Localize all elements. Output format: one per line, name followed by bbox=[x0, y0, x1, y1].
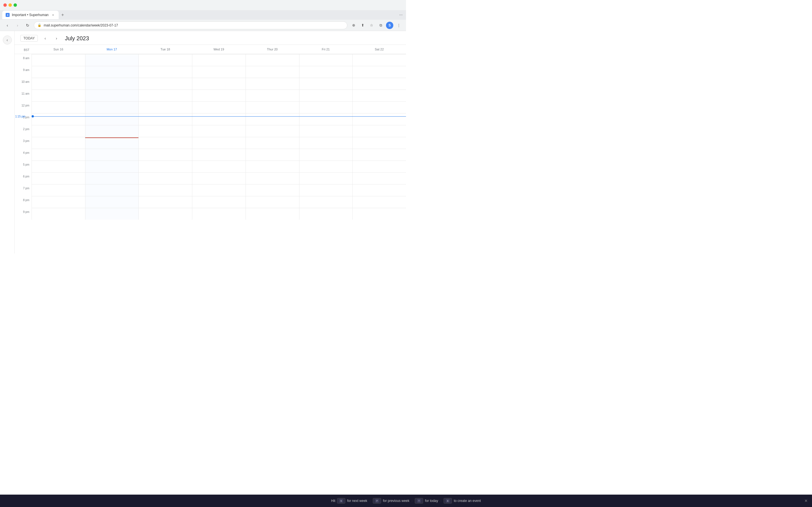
time-cell-1-pm-day-0[interactable] bbox=[32, 113, 85, 125]
time-grid[interactable]: 8 am9 am10 am11 am12 pm1 pm2 pm3 pm4 pm5… bbox=[15, 54, 406, 253]
time-cell-11-am-day-0[interactable] bbox=[32, 90, 85, 101]
time-cell-3-pm-day-3[interactable] bbox=[192, 137, 246, 149]
time-cell-9-am-day-6[interactable] bbox=[352, 66, 406, 78]
back-button[interactable]: ‹ bbox=[3, 21, 11, 29]
time-cell-9-pm-day-5[interactable] bbox=[299, 208, 353, 220]
time-cell-11-am-day-5[interactable] bbox=[299, 90, 353, 101]
time-cell-12-pm-day-0[interactable] bbox=[32, 101, 85, 113]
time-cell-5-pm-day-2[interactable] bbox=[139, 161, 192, 172]
time-cell-5-pm-day-5[interactable] bbox=[299, 161, 353, 172]
time-cell-6-pm-day-4[interactable] bbox=[246, 172, 299, 184]
time-cell-8-pm-day-5[interactable] bbox=[299, 196, 353, 208]
time-cell-8-am-day-5[interactable] bbox=[299, 54, 353, 66]
close-button[interactable] bbox=[3, 3, 7, 7]
time-cell-7-pm-day-3[interactable] bbox=[192, 184, 246, 196]
time-cell-2-pm-day-1[interactable] bbox=[85, 125, 139, 137]
time-cell-9-am-day-4[interactable] bbox=[246, 66, 299, 78]
time-cell-5-pm-day-6[interactable] bbox=[352, 161, 406, 172]
time-cell-3-pm-day-6[interactable] bbox=[352, 137, 406, 149]
next-week-button[interactable]: › bbox=[52, 34, 60, 42]
time-cell-2-pm-day-0[interactable] bbox=[32, 125, 85, 137]
time-cell-10-am-day-3[interactable] bbox=[192, 78, 246, 90]
time-cell-6-pm-day-6[interactable] bbox=[352, 172, 406, 184]
time-cell-8-pm-day-3[interactable] bbox=[192, 196, 246, 208]
time-cell-10-am-day-0[interactable] bbox=[32, 78, 85, 90]
time-cell-1-pm-day-4[interactable] bbox=[246, 113, 299, 125]
time-cell-8-am-day-3[interactable] bbox=[192, 54, 246, 66]
time-cell-9-pm-day-1[interactable] bbox=[85, 208, 139, 220]
time-cell-12-pm-day-2[interactable] bbox=[139, 101, 192, 113]
tab-close-button[interactable]: × bbox=[51, 13, 55, 17]
time-cell-11-am-day-4[interactable] bbox=[246, 90, 299, 101]
time-cell-2-pm-day-3[interactable] bbox=[192, 125, 246, 137]
menu-button[interactable]: ⋮ bbox=[395, 21, 403, 29]
time-cell-8-pm-day-4[interactable] bbox=[246, 196, 299, 208]
bookmark-button[interactable]: ☆ bbox=[368, 21, 375, 29]
time-cell-10-am-day-2[interactable] bbox=[139, 78, 192, 90]
time-cell-3-pm-day-0[interactable] bbox=[32, 137, 85, 149]
time-cell-6-pm-day-3[interactable] bbox=[192, 172, 246, 184]
refresh-button[interactable]: ↻ bbox=[24, 21, 32, 29]
tab-overflow[interactable]: ⋯ bbox=[399, 13, 404, 17]
time-cell-8-am-day-2[interactable] bbox=[139, 54, 192, 66]
time-cell-3-pm-day-5[interactable] bbox=[299, 137, 353, 149]
time-cell-8-am-day-1[interactable] bbox=[85, 54, 139, 66]
time-cell-9-am-day-0[interactable] bbox=[32, 66, 85, 78]
profile-button[interactable]: S bbox=[386, 21, 394, 29]
time-cell-11-am-day-1[interactable] bbox=[85, 90, 139, 101]
time-cell-1-pm-day-2[interactable] bbox=[139, 113, 192, 125]
time-cell-9-pm-day-4[interactable] bbox=[246, 208, 299, 220]
time-cell-1-pm-day-1[interactable] bbox=[85, 113, 139, 125]
time-cell-3-pm-day-1[interactable] bbox=[85, 137, 139, 149]
time-cell-6-pm-day-5[interactable] bbox=[299, 172, 353, 184]
prev-week-button[interactable]: ‹ bbox=[41, 34, 49, 42]
time-cell-10-am-day-4[interactable] bbox=[246, 78, 299, 90]
new-tab-button[interactable]: + bbox=[59, 11, 66, 19]
extensions-button[interactable]: ⧉ bbox=[377, 21, 385, 29]
time-cell-1-pm-day-6[interactable] bbox=[352, 113, 406, 125]
time-cell-11-am-day-2[interactable] bbox=[139, 90, 192, 101]
time-cell-10-am-day-6[interactable] bbox=[352, 78, 406, 90]
time-cell-10-am-day-5[interactable] bbox=[299, 78, 353, 90]
time-cell-4-pm-day-1[interactable] bbox=[85, 149, 139, 161]
time-cell-4-pm-day-0[interactable] bbox=[32, 149, 85, 161]
time-cell-3-pm-day-4[interactable] bbox=[246, 137, 299, 149]
time-cell-9-pm-day-3[interactable] bbox=[192, 208, 246, 220]
time-cell-8-am-day-4[interactable] bbox=[246, 54, 299, 66]
time-cell-8-pm-day-0[interactable] bbox=[32, 196, 85, 208]
time-cell-7-pm-day-6[interactable] bbox=[352, 184, 406, 196]
time-cell-8-pm-day-2[interactable] bbox=[139, 196, 192, 208]
time-cell-12-pm-day-4[interactable] bbox=[246, 101, 299, 113]
time-cell-2-pm-day-2[interactable] bbox=[139, 125, 192, 137]
time-cell-11-am-day-6[interactable] bbox=[352, 90, 406, 101]
minimize-button[interactable] bbox=[8, 3, 12, 7]
time-cell-10-am-day-1[interactable] bbox=[85, 78, 139, 90]
time-cell-12-pm-day-5[interactable] bbox=[299, 101, 353, 113]
time-cell-12-pm-day-3[interactable] bbox=[192, 101, 246, 113]
time-cell-9-pm-day-6[interactable] bbox=[352, 208, 406, 220]
time-cell-6-pm-day-2[interactable] bbox=[139, 172, 192, 184]
forward-button[interactable]: › bbox=[13, 21, 21, 29]
time-cell-9-am-day-2[interactable] bbox=[139, 66, 192, 78]
time-cell-11-am-day-3[interactable] bbox=[192, 90, 246, 101]
time-cell-4-pm-day-6[interactable] bbox=[352, 149, 406, 161]
time-cell-7-pm-day-2[interactable] bbox=[139, 184, 192, 196]
time-cell-3-pm-day-2[interactable] bbox=[139, 137, 192, 149]
time-cell-2-pm-day-4[interactable] bbox=[246, 125, 299, 137]
time-cell-9-am-day-3[interactable] bbox=[192, 66, 246, 78]
time-cell-8-pm-day-1[interactable] bbox=[85, 196, 139, 208]
time-cell-9-am-day-1[interactable] bbox=[85, 66, 139, 78]
time-cell-4-pm-day-3[interactable] bbox=[192, 149, 246, 161]
time-cell-4-pm-day-2[interactable] bbox=[139, 149, 192, 161]
time-cell-1-pm-day-5[interactable] bbox=[299, 113, 353, 125]
today-button[interactable]: TODAY bbox=[20, 35, 38, 42]
lens-button[interactable]: ⊕ bbox=[350, 21, 357, 29]
address-bar[interactable]: 🔒 mail.superhuman.com/calendar/week/2023… bbox=[34, 21, 347, 29]
time-cell-2-pm-day-6[interactable] bbox=[352, 125, 406, 137]
time-cell-8-am-day-0[interactable] bbox=[32, 54, 85, 66]
back-to-mail-button[interactable]: ‹ bbox=[3, 36, 12, 45]
time-cell-12-pm-day-1[interactable] bbox=[85, 101, 139, 113]
time-cell-6-pm-day-0[interactable] bbox=[32, 172, 85, 184]
maximize-button[interactable] bbox=[13, 3, 17, 7]
time-cell-12-pm-day-6[interactable] bbox=[352, 101, 406, 113]
